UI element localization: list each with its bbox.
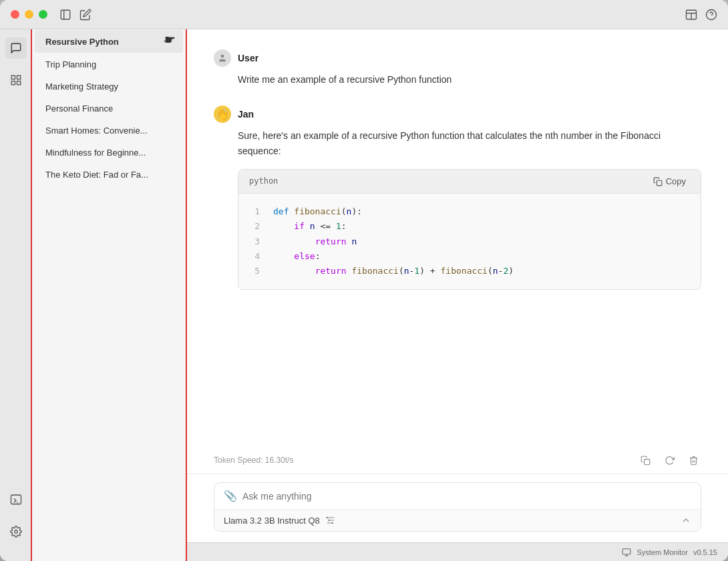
system-monitor-label: System Monitor bbox=[636, 548, 687, 556]
model-name: Llama 3.2 3B Instruct Q8 bbox=[224, 516, 320, 526]
user-message: User Write me an example of a recursive … bbox=[214, 49, 701, 87]
svg-point-20 bbox=[326, 517, 328, 519]
sidebar-item-marketing-strategy[interactable]: Marketing Strategy bbox=[35, 76, 183, 97]
help-icon[interactable] bbox=[705, 9, 717, 21]
svg-rect-23 bbox=[623, 548, 631, 554]
close-button[interactable] bbox=[11, 10, 19, 19]
line-code: return fibonacci(n-1) + fibonacci(n-2) bbox=[273, 264, 514, 278]
line-code: if n <= 1: bbox=[273, 219, 347, 234]
code-line-4: 4 else: bbox=[249, 249, 690, 264]
regenerate-button[interactable] bbox=[661, 452, 677, 468]
line-code: else: bbox=[273, 249, 320, 264]
chat-messages: User Write me an example of a recursive … bbox=[187, 29, 728, 447]
delete-button[interactable] bbox=[685, 452, 701, 468]
sidebar-item-label: Mindfulness for Beginne... bbox=[45, 148, 172, 158]
chat-area: User Write me an example of a recursive … bbox=[187, 29, 728, 561]
sidebar-item-label: Smart Homes: Convenie... bbox=[45, 126, 172, 136]
panel-icon[interactable] bbox=[685, 9, 697, 21]
app-window: Resursive Python ··· ☛ Trip Planning Mar… bbox=[0, 0, 728, 561]
input-area: 📎 Llama 3.2 3B Instruct Q8 bbox=[187, 474, 728, 542]
status-bar: System Monitor v0.5.15 bbox=[187, 542, 728, 561]
line-code: return n bbox=[273, 234, 357, 249]
copy-icon bbox=[653, 177, 663, 186]
sidebar-toggle-icon[interactable] bbox=[59, 9, 71, 21]
line-number: 5 bbox=[249, 264, 260, 278]
minimize-button[interactable] bbox=[25, 10, 33, 19]
token-actions bbox=[637, 452, 701, 468]
collapse-icon[interactable] bbox=[681, 515, 691, 526]
line-code: def fibonacci(n): bbox=[273, 204, 362, 219]
icon-bar-bottom bbox=[5, 489, 27, 553]
token-speed-bar: Token Speed: 16.30t/s bbox=[187, 447, 728, 474]
token-speed-label: Token Speed: 16.30t/s bbox=[214, 455, 293, 465]
line-number: 1 bbox=[249, 204, 260, 219]
chat-input[interactable] bbox=[242, 491, 691, 502]
assistant-message-header: 👋 Jan bbox=[214, 106, 701, 123]
user-message-content: Write me an example of a recursive Pytho… bbox=[214, 72, 701, 87]
input-box: 📎 Llama 3.2 3B Instruct Q8 bbox=[214, 482, 701, 532]
svg-point-13 bbox=[14, 530, 17, 534]
main-layout: Resursive Python ··· ☛ Trip Planning Mar… bbox=[0, 29, 728, 561]
input-row: 📎 bbox=[214, 483, 701, 509]
sidebar-item-label: Resursive Python bbox=[45, 37, 164, 47]
titlebar-icons bbox=[59, 9, 92, 21]
svg-point-5 bbox=[707, 9, 717, 19]
sidebar-item-mindfulness[interactable]: Mindfulness for Beginne... bbox=[35, 142, 183, 163]
edit-icon[interactable] bbox=[79, 9, 92, 21]
sidebar-item-personal-finance[interactable]: Personal Finance bbox=[35, 98, 183, 119]
code-header: python Copy bbox=[238, 170, 701, 194]
chat-nav-button[interactable] bbox=[5, 37, 27, 59]
line-number: 2 bbox=[249, 219, 260, 234]
copy-button[interactable]: Copy bbox=[649, 175, 690, 188]
titlebar bbox=[0, 0, 728, 29]
model-settings-icon[interactable] bbox=[325, 515, 336, 526]
code-block: python Copy bbox=[238, 169, 701, 290]
line-number: 4 bbox=[249, 249, 260, 264]
monitor-icon bbox=[622, 548, 631, 557]
titlebar-right bbox=[685, 9, 717, 21]
sidebar-item-smart-homes[interactable]: Smart Homes: Convenie... bbox=[35, 120, 183, 141]
settings-nav-button[interactable] bbox=[5, 521, 27, 542]
assistant-avatar: 👋 bbox=[214, 106, 231, 123]
more-options-icon[interactable]: ··· bbox=[164, 35, 172, 47]
icon-bar bbox=[0, 29, 32, 561]
sidebar-item-label: Personal Finance bbox=[45, 104, 172, 114]
svg-point-21 bbox=[328, 520, 330, 522]
svg-rect-0 bbox=[61, 10, 70, 19]
version-label: v0.5.15 bbox=[693, 548, 717, 556]
sidebar-item-trip-planning[interactable]: Trip Planning bbox=[35, 54, 183, 75]
svg-point-22 bbox=[331, 522, 333, 524]
user-name: User bbox=[238, 53, 258, 63]
svg-rect-11 bbox=[11, 495, 21, 504]
maximize-button[interactable] bbox=[39, 10, 47, 19]
attach-icon[interactable]: 📎 bbox=[224, 490, 237, 502]
svg-rect-15 bbox=[657, 180, 662, 186]
code-line-2: 2 if n <= 1: bbox=[249, 219, 690, 234]
svg-point-14 bbox=[221, 55, 224, 58]
terminal-nav-button[interactable] bbox=[5, 489, 27, 510]
copy-response-button[interactable] bbox=[637, 452, 653, 468]
code-language: python bbox=[249, 175, 278, 188]
user-avatar bbox=[214, 49, 231, 67]
sidebar-item-keto-diet[interactable]: The Keto Diet: Fad or Fa... bbox=[35, 164, 183, 185]
user-message-header: User bbox=[214, 49, 701, 67]
traffic-lights bbox=[11, 10, 47, 19]
sidebar-item-label: The Keto Diet: Fad or Fa... bbox=[45, 170, 172, 180]
svg-rect-10 bbox=[17, 81, 20, 85]
code-line-5: 5 return fibonacci(n-1) + fibonacci(n-2) bbox=[249, 264, 690, 278]
sidebar-item-recursive-python[interactable]: Resursive Python ··· ☛ bbox=[35, 30, 183, 53]
svg-rect-9 bbox=[11, 81, 15, 85]
code-line-1: 1 def fibonacci(n): bbox=[249, 204, 690, 219]
code-line-3: 3 return n bbox=[249, 234, 690, 249]
model-bar: Llama 3.2 3B Instruct Q8 bbox=[214, 509, 701, 531]
model-info: Llama 3.2 3B Instruct Q8 bbox=[224, 515, 336, 526]
assistant-message: 👋 Jan Sure, here's an example of a recur… bbox=[214, 106, 701, 289]
sidebar: Resursive Python ··· ☛ Trip Planning Mar… bbox=[32, 29, 187, 561]
grid-nav-button[interactable] bbox=[5, 69, 27, 91]
line-number: 3 bbox=[249, 234, 260, 249]
copy-label: Copy bbox=[666, 176, 686, 186]
svg-rect-8 bbox=[17, 75, 20, 79]
assistant-text: Sure, here's an example of a recursive P… bbox=[238, 130, 661, 156]
svg-rect-16 bbox=[644, 459, 649, 464]
sidebar-item-label: Marketing Strategy bbox=[45, 81, 172, 91]
